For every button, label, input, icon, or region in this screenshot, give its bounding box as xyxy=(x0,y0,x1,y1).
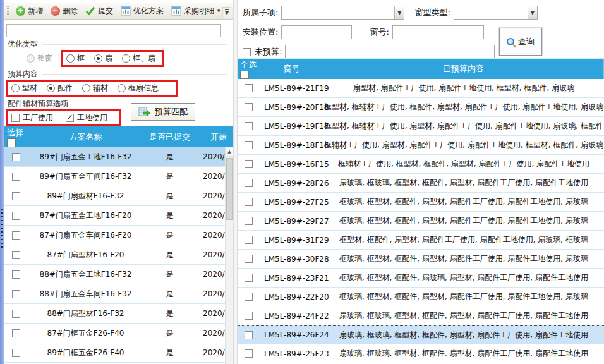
toolbar-overflow-button[interactable]: ▼ xyxy=(222,7,231,18)
row-checkbox[interactable] xyxy=(245,160,253,168)
table-row[interactable]: 89#门框五金F26-F40 是 2020/0 xyxy=(4,343,233,363)
chevron-down-icon[interactable]: ▼ xyxy=(394,6,404,19)
row-checkbox[interactable] xyxy=(245,141,253,149)
scroll-up-arrow-icon[interactable]: ▲ xyxy=(226,147,233,157)
row-checkbox[interactable] xyxy=(12,173,20,181)
row-checkbox[interactable] xyxy=(245,349,253,358)
no-budget-input[interactable] xyxy=(285,45,495,59)
row-checkbox[interactable] xyxy=(245,217,253,225)
radio-sash[interactable]: 扇 xyxy=(94,53,112,64)
toolbar-grip[interactable] xyxy=(7,6,9,16)
select-all-checkbox[interactable] xyxy=(240,71,249,79)
table-row[interactable]: 87#门扇五金车间F16-F20 是 2020/0 xyxy=(4,226,233,245)
site-use-checkbox[interactable]: 工地使用 xyxy=(66,112,107,123)
row-checkbox[interactable] xyxy=(245,293,253,301)
radio-label: 框 xyxy=(77,53,85,64)
radio-profile[interactable]: 型材 xyxy=(11,83,37,94)
table-row[interactable]: LM5L-89#-31F29 框型材, 框配件, 扇型材, 扇配件工厂使用, 扇… xyxy=(238,231,604,250)
scrollbar-thumb[interactable] xyxy=(226,158,233,220)
start-column-header[interactable]: 开始 xyxy=(196,126,233,147)
radio-label: 型材 xyxy=(22,83,37,94)
row-checkbox[interactable] xyxy=(12,329,20,337)
install-position-input[interactable] xyxy=(281,25,352,39)
row-checkbox[interactable] xyxy=(245,236,253,244)
row-checkbox[interactable] xyxy=(12,290,20,298)
table-row[interactable]: LM5L-89#-27F25 框玻璃, 框型材, 框配件, 扇型材, 扇配件工厂… xyxy=(238,193,604,212)
row-checkbox[interactable] xyxy=(245,179,253,187)
table-row[interactable]: 87#门框五金F26-F40 是 2020/0 xyxy=(4,324,233,343)
plan-filter-input[interactable] xyxy=(6,24,221,37)
row-checkbox[interactable] xyxy=(12,251,20,259)
table-row[interactable]: 88#门扇五金工地F16-F32 是 2020/0 xyxy=(4,265,233,284)
row-checkbox[interactable] xyxy=(12,212,20,220)
row-checkbox[interactable] xyxy=(12,310,20,318)
radio-label: 配件 xyxy=(57,83,73,94)
radio-whole-window[interactable]: 整窗 xyxy=(27,53,52,64)
radio-frame[interactable]: 框 xyxy=(66,53,85,64)
submit-button[interactable]: 提交 xyxy=(82,4,117,18)
radio-frame-sash[interactable]: 框、扇 xyxy=(122,53,155,64)
row-checkbox[interactable] xyxy=(245,312,253,320)
table-row[interactable]: LM5L-89#-28F26 扇玻璃, 框玻璃, 框型材, 框配件, 扇型材, … xyxy=(238,174,604,193)
table-row[interactable]: LM5L-89#-22F20 框玻璃, 框型材, 框配件, 扇型材, 扇配件工厂… xyxy=(238,288,604,306)
row-checkbox[interactable] xyxy=(245,198,253,206)
add-button[interactable]: + 新增 xyxy=(12,4,47,18)
table-row[interactable]: 87#门扇型材F16-F20 是 2020/0 xyxy=(4,245,233,265)
table-row[interactable]: 89#门扇五金工地F16-F32 是 2020/0 xyxy=(4,147,233,167)
select-all-checkbox[interactable] xyxy=(7,138,16,147)
splitter-handle[interactable] xyxy=(1,209,3,248)
plan-table-scrollbar[interactable]: ▲ xyxy=(225,147,233,364)
table-row[interactable]: 87#门扇五金工地F16-F20 是 2020/0 xyxy=(4,206,233,226)
table-row[interactable]: LM5L-89#-23F21 框玻璃, 框型材, 框配件, 扇玻璃, 扇型材, … xyxy=(238,269,604,288)
row-checkbox[interactable] xyxy=(245,274,253,282)
table-row[interactable]: LM5L-89#-16F15 框辅材工厂使用, 框型材, 框配件, 扇型材, 扇… xyxy=(238,155,604,174)
window-panel: 所属子项: ▼ 窗型类型: ▼ 安装位置: 窗号: 未预算: 查询 xyxy=(238,0,604,364)
table-row[interactable]: 88#门扇型材F16-F32 是 2020/0 xyxy=(4,304,233,324)
table-row[interactable]: LM5L-89#-29F27 框玻璃, 框型材, 框配件, 扇型材, 扇配件工厂… xyxy=(238,212,604,231)
table-row[interactable]: LM5L-89#-21F19 扇型材, 扇配件工厂使用, 扇配件工地使用, 框型… xyxy=(238,79,604,98)
row-checkbox[interactable] xyxy=(12,270,20,279)
factory-use-checkbox[interactable]: 工厂使用 xyxy=(11,112,53,123)
table-row[interactable]: 89#门扇五金车间F16-F32 是 2020/0 xyxy=(4,167,233,186)
plan-name-column-header[interactable]: 方案名称 xyxy=(28,126,143,147)
table-row[interactable]: 88#门扇五金车间F16-F32 是 2020/0 xyxy=(4,284,233,304)
optimize-type-group: 优化类型 整窗 框 扇 框、扇 xyxy=(6,39,233,67)
match-icon xyxy=(138,107,150,117)
row-checkbox[interactable] xyxy=(245,103,253,111)
radio-auxiliary[interactable]: 辅材 xyxy=(82,83,108,94)
table-row[interactable]: LM5L-89#-30F28 框玻璃, 框型材, 框配件, 扇型材, 扇配件工厂… xyxy=(238,250,604,269)
row-checkbox[interactable] xyxy=(12,349,20,357)
row-checkbox[interactable] xyxy=(12,192,20,200)
table-row[interactable]: LM5L-89#-18F16 框辅材工厂使用, 扇型材, 扇配件工厂使用, 扇配… xyxy=(238,136,604,155)
row-checkbox[interactable] xyxy=(245,255,253,263)
radio-fitting[interactable]: 配件 xyxy=(47,83,73,94)
radio-label: 框、扇 xyxy=(133,53,155,64)
table-row[interactable]: 89#门扇型材F16-F32 是 2020/0 xyxy=(4,186,233,206)
submitted-column-header[interactable]: 是否已提交 xyxy=(143,126,196,147)
purchase-detail-button[interactable]: 采购明细 ▾ xyxy=(167,4,224,18)
budget-match-button[interactable]: 预算匹配 xyxy=(131,103,195,121)
window-no-input[interactable] xyxy=(392,25,484,39)
row-checkbox[interactable] xyxy=(245,122,253,130)
optimize-plan-button[interactable]: 优化方案 xyxy=(117,4,167,18)
row-checkbox[interactable] xyxy=(12,153,20,161)
window-no-column-header[interactable]: 窗号 xyxy=(260,59,323,79)
table-row[interactable]: LM5L-89#-25F23 扇玻璃, 框玻璃, 框型材, 框配件, 扇型材, … xyxy=(238,344,604,363)
chevron-down-icon[interactable]: ▼ xyxy=(528,6,537,19)
query-button[interactable]: 查询 xyxy=(499,28,542,56)
no-budget-checkbox[interactable] xyxy=(243,48,251,56)
table-row[interactable]: LM5L-89#-20F18 框型材, 框辅材工厂使用, 框配件, 扇型材, 扇… xyxy=(238,98,604,117)
sub-item-select[interactable]: ▼ xyxy=(281,6,404,20)
delete-button[interactable]: − 删除 xyxy=(47,4,82,18)
row-checkbox[interactable] xyxy=(12,231,20,240)
table-row[interactable]: LM5L-89#-24F22 扇玻璃, 框玻璃, 框型材, 框配件, 扇型材, … xyxy=(238,306,604,325)
radio-frame-sash-info[interactable]: 框扇信息 xyxy=(118,83,159,94)
table-row[interactable]: LM5L-89#-19F17 框型材, 框辅材工厂使用, 扇型材, 扇配件工厂使… xyxy=(238,117,604,136)
row-checkbox[interactable] xyxy=(245,331,253,339)
plan-table-header: 选择 方案名称 是否已提交 开始 xyxy=(4,126,233,147)
row-checkbox[interactable] xyxy=(245,84,253,92)
window-type-select[interactable]: ▼ xyxy=(454,6,538,20)
panel-splitter[interactable] xyxy=(233,0,238,364)
table-row-selected[interactable]: LM5L-89#-26F24 扇玻璃, 框玻璃, 框型材, 框配件, 扇型材, … xyxy=(238,325,604,344)
budgeted-column-header[interactable]: 已预算内容 xyxy=(323,59,604,79)
